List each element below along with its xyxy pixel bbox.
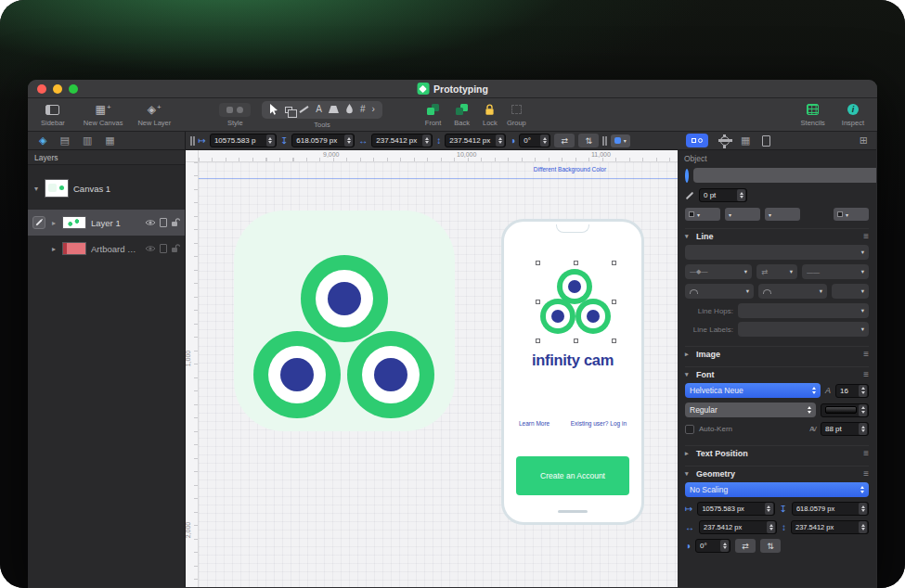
font-weight-dropdown[interactable]: Regular bbox=[685, 403, 816, 417]
rotation-field[interactable]: 0° bbox=[519, 134, 550, 147]
fill-style-dropdown[interactable]: ▾ bbox=[611, 134, 630, 147]
stepper[interactable] bbox=[767, 521, 775, 533]
zoom-button[interactable] bbox=[69, 84, 78, 94]
flip-vertical-button[interactable]: ⇅ bbox=[760, 539, 781, 553]
disclosure-closed-icon[interactable]: ▸ bbox=[50, 245, 58, 253]
stepper[interactable] bbox=[720, 540, 729, 552]
selection-handle[interactable] bbox=[536, 261, 540, 265]
kern-field[interactable]: 88 pt bbox=[821, 422, 869, 436]
logo-circle-small[interactable] bbox=[540, 299, 575, 334]
stepper[interactable] bbox=[496, 134, 504, 147]
fill-option-dropdown[interactable]: ▾ bbox=[725, 208, 760, 221]
table-inspector-tab[interactable]: ▦ bbox=[741, 135, 750, 146]
section-menu-icon[interactable]: ≡ bbox=[863, 231, 869, 241]
font-color-field[interactable] bbox=[821, 403, 869, 417]
rotation-field[interactable]: 0° bbox=[695, 539, 730, 553]
contents-tab-icon[interactable]: ▦ bbox=[105, 135, 114, 146]
stepper[interactable] bbox=[765, 503, 773, 515]
layer-row-canvas[interactable]: ▾ Canvas 1 bbox=[28, 173, 185, 204]
font-size-field[interactable]: 16 bbox=[835, 384, 869, 398]
line-tool-icon[interactable] bbox=[300, 106, 309, 113]
selection-handle[interactable] bbox=[574, 261, 578, 265]
print-icon[interactable] bbox=[160, 244, 167, 253]
canvas-annotation[interactable]: Different Background Color bbox=[505, 166, 635, 173]
print-icon[interactable] bbox=[160, 218, 167, 227]
back-button[interactable]: Back bbox=[454, 103, 470, 127]
effect-option-dropdown[interactable]: ▾ bbox=[834, 208, 869, 221]
logo-circle[interactable] bbox=[301, 255, 388, 342]
layer-row-artboard[interactable]: ▸ Artboard Lay... bbox=[28, 236, 185, 262]
stepper[interactable] bbox=[859, 385, 867, 397]
learn-more-link[interactable]: Learn More bbox=[519, 420, 549, 427]
style-control[interactable]: Style bbox=[219, 103, 251, 127]
scaling-dropdown[interactable]: No Scaling bbox=[685, 482, 869, 497]
stepper[interactable] bbox=[344, 134, 353, 147]
line-labels-dropdown[interactable]: ▾ bbox=[738, 322, 869, 337]
minimize-button[interactable] bbox=[53, 84, 62, 94]
new-canvas-button[interactable]: ▦+ New Canvas bbox=[84, 103, 123, 127]
font-color-swatch[interactable] bbox=[825, 406, 857, 414]
selection-handle[interactable] bbox=[612, 300, 616, 304]
section-menu-icon[interactable]: ≡ bbox=[863, 448, 869, 458]
selection-handle[interactable] bbox=[612, 339, 616, 343]
section-menu-icon[interactable]: ≡ bbox=[863, 349, 869, 359]
flip-horizontal-button[interactable]: ⇄ bbox=[554, 134, 575, 147]
layer-row-layer1[interactable]: ▸ Layer 1 bbox=[28, 210, 185, 236]
visibility-eye-icon[interactable] bbox=[145, 219, 156, 226]
vertical-ruler[interactable]: 1,000 2,000 bbox=[186, 162, 199, 587]
logo-circle-small[interactable] bbox=[575, 299, 611, 334]
shadow-style-dropdown[interactable]: ▾ bbox=[685, 208, 720, 221]
line-join-dropdown[interactable]: ▾ bbox=[832, 284, 869, 299]
stepper[interactable] bbox=[266, 134, 275, 147]
visibility-eye-icon[interactable] bbox=[145, 245, 156, 252]
stroke-option-dropdown[interactable]: ▾ bbox=[765, 208, 800, 221]
width-field[interactable]: 237.5412 px bbox=[699, 520, 777, 534]
shape-tool-icon[interactable] bbox=[329, 106, 339, 113]
object-inspector-tab[interactable] bbox=[686, 134, 708, 147]
create-account-button[interactable]: Create an Account bbox=[516, 456, 629, 495]
disclosure-closed-icon[interactable]: ▸ bbox=[50, 219, 58, 227]
section-menu-icon[interactable]: ≡ bbox=[863, 468, 869, 479]
close-button[interactable] bbox=[37, 84, 46, 94]
y-position-field[interactable]: 618.0579 px bbox=[291, 134, 355, 147]
line-start-dropdown[interactable]: —◆—▾ bbox=[685, 264, 752, 279]
sidebar-toggle-button[interactable]: Sidebar bbox=[41, 103, 65, 127]
columns-icon[interactable] bbox=[190, 136, 195, 146]
stepper[interactable] bbox=[859, 404, 867, 416]
grid-inspector-icon[interactable]: ⊞ bbox=[860, 135, 868, 146]
line-hops-dropdown[interactable]: ▾ bbox=[738, 303, 869, 318]
unlock-icon[interactable] bbox=[171, 218, 180, 228]
stepper[interactable] bbox=[540, 134, 549, 147]
selection-handle[interactable] bbox=[574, 339, 578, 343]
app-name-text[interactable]: infinity cam bbox=[504, 352, 641, 369]
pen-tool-icon[interactable] bbox=[345, 104, 354, 115]
app-icon-artwork[interactable] bbox=[234, 211, 455, 431]
shape-type-dropdown[interactable]: Bezier bbox=[693, 168, 876, 183]
artboard-tool-icon[interactable]: # bbox=[360, 105, 366, 114]
lock-button[interactable]: Lock bbox=[483, 103, 498, 127]
settings-inspector-tab[interactable] bbox=[720, 136, 729, 145]
text-tool-icon[interactable]: A bbox=[316, 105, 322, 114]
selection-handle[interactable] bbox=[536, 300, 540, 304]
height-field[interactable]: 237.5412 px bbox=[445, 134, 506, 147]
flip-vertical-button[interactable]: ⇅ bbox=[578, 134, 599, 147]
stepper[interactable] bbox=[737, 189, 745, 201]
columns-icon[interactable] bbox=[602, 136, 607, 146]
unlock-icon[interactable] bbox=[171, 244, 180, 254]
line-curve-dropdown[interactable]: ▾ bbox=[685, 284, 754, 299]
stepper[interactable] bbox=[859, 423, 867, 435]
line-section-header[interactable]: ▾ Line ≡ bbox=[685, 228, 869, 243]
text-position-section-header[interactable]: ▸ Text Position ≡ bbox=[685, 445, 869, 460]
x-position-field[interactable]: 10575.583 p bbox=[210, 134, 277, 147]
new-layer-button[interactable]: ◈+ New Layer bbox=[137, 103, 171, 127]
layers-tab-icon[interactable]: ◈ bbox=[39, 135, 46, 146]
line-type-dropdown[interactable]: ▾ bbox=[685, 245, 869, 260]
horizontal-ruler[interactable]: 9,000 10,000 11,000 bbox=[199, 150, 678, 162]
geometry-section-header[interactable]: ▾ Geometry ≡ bbox=[685, 466, 869, 480]
logo-circle[interactable] bbox=[253, 331, 341, 418]
image-section-header[interactable]: ▸ Image ≡ bbox=[685, 346, 869, 361]
design-canvas[interactable]: Different Background Color bbox=[199, 162, 678, 587]
selection-handle[interactable] bbox=[612, 261, 616, 265]
stencils-button[interactable]: Stencils bbox=[801, 103, 825, 127]
front-button[interactable]: Front bbox=[425, 103, 442, 127]
